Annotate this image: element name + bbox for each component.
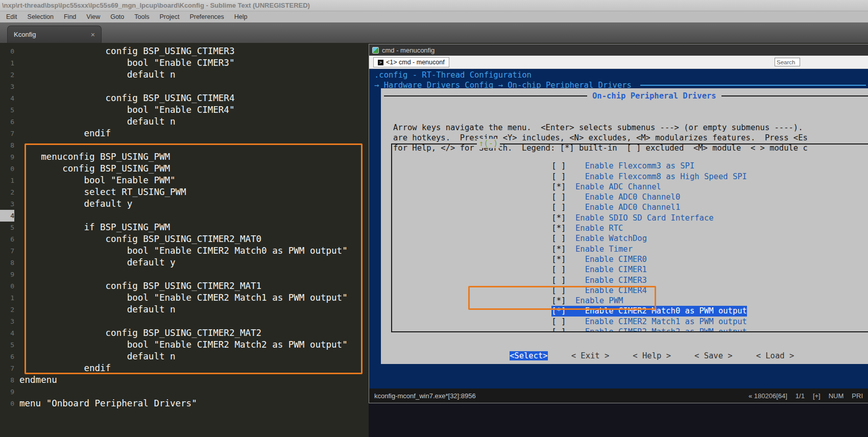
dialog-title-row: On-chip Peripheral Drivers <box>384 91 868 101</box>
checkbox[interactable]: [*] <box>551 224 566 233</box>
checkbox[interactable]: [*] <box>551 182 566 191</box>
status-segment: NUM <box>829 392 844 400</box>
code-editor[interactable]: 0 config BSP_USING_CTIMER3 1 bool "Enabl… <box>0 43 369 437</box>
dialog-button[interactable]: < Save > <box>694 351 733 360</box>
conemu-window: cmd - menuconfig > <1> cmd - menuconf .c… <box>369 44 868 403</box>
code-text: default n <box>19 116 176 128</box>
menu-item[interactable]: Tools <box>129 11 154 22</box>
line-number: 9 <box>0 386 14 398</box>
menu-item[interactable]: Project <box>154 11 184 22</box>
menu-item[interactable]: Selection <box>22 11 59 22</box>
background-strip <box>369 403 868 437</box>
option-label: Enable Timer <box>575 245 633 254</box>
code-line: 4 config BSP_USING_CTIMER4 <box>0 92 369 104</box>
annotation-box-editor <box>25 143 363 374</box>
checkbox[interactable]: [ ] <box>551 161 566 171</box>
dialog-button[interactable]: < Help > <box>633 351 671 360</box>
sublime-tabbar: Kconfig × <box>0 22 868 43</box>
sublime-titlebar: \nxp\rt-thread\bsp\lpc55sxx\lpc55s69_mgn… <box>0 0 868 11</box>
dialog-button[interactable]: < Load > <box>756 351 794 360</box>
checkbox[interactable]: [*] <box>551 245 566 254</box>
cmd-icon: > <box>378 60 383 65</box>
line-number: 4 <box>0 327 14 339</box>
line-number: 0 <box>0 280 14 292</box>
checkbox[interactable]: [ ] <box>551 317 566 326</box>
line-number: 9 <box>0 269 14 280</box>
breadcrumb-rule <box>640 85 866 86</box>
conemu-tabrow: > <1> cmd - menuconf <box>369 56 868 69</box>
code-text: endmenu <box>19 374 57 386</box>
line-number: 0 <box>0 163 14 175</box>
line-number: 6 <box>0 233 14 245</box>
line-number: 5 <box>0 104 14 116</box>
option-label: Enable CIMER0 <box>585 255 647 264</box>
code-text: endif <box>19 128 111 139</box>
line-number: 3 <box>0 198 14 210</box>
checkbox[interactable]: [ ] <box>551 265 566 274</box>
menu-item[interactable]: Goto <box>105 11 129 22</box>
status-segment: 1/1 <box>795 392 805 400</box>
status-segment: [+] <box>813 392 821 400</box>
status-segment: PRI <box>852 392 863 400</box>
dialog-title: On-chip Peripheral Drivers <box>587 91 721 101</box>
line-number: 4 <box>0 92 14 104</box>
option-label: Enable ADC0 Channel0 <box>585 192 681 202</box>
checkbox[interactable]: [ ] <box>551 192 566 202</box>
code-line: 7 endif <box>0 128 369 139</box>
tab-kconfig[interactable]: Kconfig × <box>7 26 102 43</box>
code-text: bool "Enable CIMER4" <box>19 104 234 116</box>
code-line: 8 endmenu <box>0 374 369 386</box>
checkbox[interactable]: [ ] <box>551 234 566 243</box>
line-number: 5 <box>0 222 14 233</box>
option-label: Enable SDIO SD Card Interface <box>575 213 714 223</box>
line-number: 2 <box>0 304 14 315</box>
code-text: default n <box>19 69 176 81</box>
code-line: 2 default n <box>0 69 369 81</box>
line-number: 0 <box>0 398 14 409</box>
checkbox[interactable]: [ ] <box>551 203 566 212</box>
checkbox[interactable]: [ ] <box>551 276 566 285</box>
option-label: Enable CIMER2 Match2 as PWM output <box>585 327 747 331</box>
code-line: 1 bool "Enable CIMER3" <box>0 57 369 69</box>
conemu-app-icon <box>372 47 379 54</box>
line-number: 8 <box>0 374 14 386</box>
line-number: 8 <box>0 257 14 269</box>
line-number: 2 <box>0 69 14 81</box>
line-number: 6 <box>0 351 14 362</box>
option-label: Enable WatchDog <box>575 234 647 243</box>
option-label: Enable ADC Channel <box>575 182 661 191</box>
checkbox[interactable]: [ ] <box>551 172 566 181</box>
console[interactable]: .config - RT-Thread Configuration → Hard… <box>369 69 868 390</box>
code-line: 5 bool "Enable CIMER4" <box>0 104 369 116</box>
sublime-menubar: EditSelectionFindViewGotoToolsProjectPre… <box>0 11 868 22</box>
window-title: \nxp\rt-thread\bsp\lpc55sxx\lpc55s69_mgn… <box>2 2 310 9</box>
dialog-button[interactable]: <Select> <box>510 351 548 360</box>
option-label: Enable CIMER1 <box>585 265 647 274</box>
menu-item[interactable]: Preferences <box>184 11 229 22</box>
conemu-tab[interactable]: > <1> cmd - menuconf <box>373 57 449 67</box>
code-text: config BSP_USING_CTIMER4 <box>19 92 234 104</box>
tab-label: Kconfig <box>14 31 91 38</box>
tab-close-icon[interactable]: × <box>91 31 95 39</box>
conemu-title: cmd - menuconfig <box>382 46 435 54</box>
search-input[interactable] <box>775 58 800 66</box>
option-row[interactable]: [ ] Enable Flexcomm3 as SPI <box>475 151 868 161</box>
menu-item[interactable]: View <box>81 11 105 22</box>
help-line: are hotkeys. Pressing <Y> includes, <N> … <box>393 133 868 143</box>
menu-item[interactable]: Edit <box>1 11 22 22</box>
line-number: 9 <box>0 151 14 163</box>
status-process: kconfig-mconf_win7.exe*[32]:8956 <box>374 392 743 400</box>
dialog-button[interactable]: < Exit > <box>571 351 610 360</box>
checkbox[interactable]: [*] <box>551 255 566 264</box>
line-number: 4 <box>0 210 14 222</box>
menu-item[interactable]: Find <box>59 11 81 22</box>
line-number: 1 <box>0 292 14 304</box>
menu-item[interactable]: Help <box>229 11 253 22</box>
checkbox[interactable]: [ ] <box>551 327 566 331</box>
screen: \nxp\rt-thread\bsp\lpc55sxx\lpc55s69_mgn… <box>0 0 868 437</box>
line-number: 0 <box>0 45 14 57</box>
conemu-tab-label: <1> cmd - menuconf <box>386 59 445 66</box>
line-number: 7 <box>0 128 14 139</box>
checkbox[interactable]: [*] <box>551 213 566 223</box>
option-label: Enable ADC0 Channel1 <box>585 203 681 212</box>
